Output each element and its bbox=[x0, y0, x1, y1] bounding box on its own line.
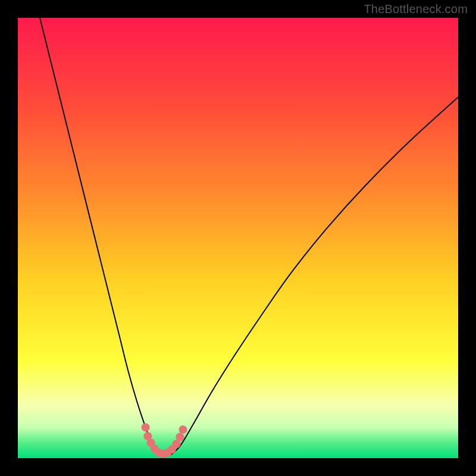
marker-dot bbox=[142, 423, 150, 431]
chart-stage: TheBottleneck.com bbox=[0, 0, 476, 476]
marker-dot bbox=[179, 425, 187, 434]
marker-dot bbox=[172, 440, 180, 448]
chart-svg bbox=[18, 18, 458, 458]
watermark-text: TheBottleneck.com bbox=[364, 2, 468, 16]
marker-dot bbox=[176, 433, 184, 441]
gradient-background bbox=[18, 18, 458, 458]
